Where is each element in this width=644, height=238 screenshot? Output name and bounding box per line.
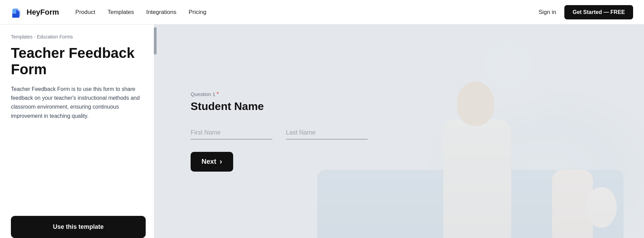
get-started-button[interactable]: Get Started — FREE [564, 5, 633, 19]
first-name-field [191, 126, 272, 140]
form-overlay: Question 1 * Student Name Next › [157, 25, 644, 238]
last-name-input[interactable] [286, 126, 368, 140]
navbar: HeyForm Product Templates Integrations P… [0, 0, 644, 25]
breadcrumb: Templates - Education Forms [11, 34, 146, 39]
next-arrow-icon: › [220, 157, 222, 166]
scrollbar-thumb [154, 27, 157, 54]
sign-in-link[interactable]: Sign in [538, 9, 556, 16]
nav-integrations[interactable]: Integrations [146, 9, 176, 16]
main-content: Templates - Education Forms Teacher Feed… [0, 25, 644, 238]
form-title: Teacher Feedback Form [11, 45, 146, 78]
navbar-right: Sign in Get Started — FREE [538, 5, 633, 19]
scrollbar[interactable] [154, 25, 157, 238]
left-panel: Templates - Education Forms Teacher Feed… [0, 25, 157, 238]
nav-pricing[interactable]: Pricing [189, 9, 206, 16]
next-button-label: Next [202, 158, 216, 165]
required-star: * [217, 91, 219, 97]
use-template-button[interactable]: Use this template [11, 216, 146, 238]
last-name-field [286, 126, 368, 140]
right-panel: Question 1 * Student Name Next › [157, 25, 644, 238]
form-description: Teacher Feedback Form is to use this for… [11, 85, 146, 121]
question-title: Student Name [191, 100, 368, 113]
first-name-input[interactable] [191, 126, 272, 140]
question-number: Question 1 [191, 91, 215, 97]
logo-text: HeyForm [27, 8, 59, 17]
logo-link[interactable]: HeyForm [11, 6, 59, 18]
nav-product[interactable]: Product [75, 9, 95, 16]
logo-icon [11, 6, 23, 18]
next-button[interactable]: Next › [191, 152, 233, 172]
nav-templates[interactable]: Templates [108, 9, 134, 16]
question-label: Question 1 * [191, 91, 368, 97]
navbar-links: Product Templates Integrations Pricing [75, 9, 538, 16]
form-fields [191, 126, 368, 140]
form-card: Question 1 * Student Name Next › [191, 78, 368, 185]
